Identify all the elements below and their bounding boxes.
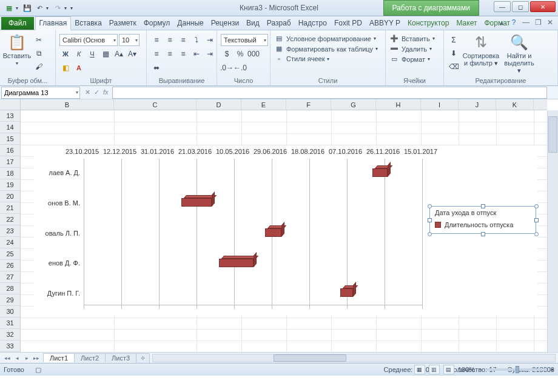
workbook-restore-icon[interactable]: ❐ <box>534 18 542 27</box>
column-header[interactable]: E <box>241 99 286 110</box>
align-right-button[interactable]: ≡ <box>177 48 189 60</box>
tab-chart-design[interactable]: Конструктор <box>404 17 452 30</box>
row-header[interactable]: 21 <box>0 202 20 214</box>
column-header[interactable]: J <box>459 99 496 110</box>
column-header[interactable]: I <box>421 99 459 110</box>
tab-addins[interactable]: Надстро <box>295 17 331 30</box>
column-header[interactable]: C <box>114 99 197 110</box>
tab-foxit[interactable]: Foxit PD <box>331 17 366 30</box>
help-icon[interactable]: ? <box>509 18 518 27</box>
new-sheet-button[interactable]: ✧ <box>136 353 150 363</box>
vertical-scrollbar[interactable] <box>547 110 558 352</box>
workbook-minimize-icon[interactable]: — <box>522 18 530 27</box>
decrease-indent-button[interactable]: ⇤ <box>190 48 203 60</box>
undo-menu[interactable]: ▾ <box>46 5 51 11</box>
number-format-combo[interactable]: Текстовый▾ <box>221 34 268 46</box>
cells-area[interactable]: 23.10.201512.12.201531.01.201621.03.2016… <box>21 110 547 352</box>
row-header[interactable]: 33 <box>0 341 20 352</box>
tab-review[interactable]: Рецензи <box>207 17 243 30</box>
shrink-font-button[interactable]: A▾ <box>126 48 138 60</box>
chart-bar[interactable] <box>372 168 388 177</box>
workbook-close-icon[interactable]: ✕ <box>546 18 554 27</box>
row-header[interactable]: 18 <box>0 168 20 179</box>
chart-bar[interactable] <box>340 288 353 297</box>
tab-layout[interactable]: Разметк <box>106 17 140 30</box>
chart-bar[interactable] <box>181 198 212 207</box>
worksheet-grid[interactable]: 1314151617181920212223242526272829303132… <box>0 99 558 363</box>
save-icon[interactable]: 💾 <box>22 2 33 13</box>
row-header[interactable]: 23 <box>0 225 20 237</box>
sort-filter-button[interactable]: ⇅ Сортировкаи фильтр ▾ <box>462 34 500 67</box>
conditional-formatting-button[interactable]: ▤Условное форматирование▾ <box>274 34 378 43</box>
close-button[interactable]: ✕ <box>530 1 556 12</box>
name-box[interactable]: Диаграмма 13▾ <box>1 87 80 99</box>
align-top-button[interactable]: ≡ <box>150 34 163 46</box>
tab-view[interactable]: Вид <box>243 17 263 30</box>
chart-legend[interactable]: Дата ухода в отпускДлительность отпуска <box>429 206 536 234</box>
copy-icon[interactable]: ⧉ <box>33 47 45 59</box>
row-header[interactable]: 31 <box>0 317 20 329</box>
italic-button[interactable]: К <box>73 48 85 60</box>
clear-button[interactable]: ⌫ <box>448 61 460 73</box>
cell-styles-button[interactable]: ▫Стили ячеек▾ <box>274 55 378 63</box>
increase-indent-button[interactable]: ⇥ <box>204 48 216 60</box>
align-left-button[interactable]: ≡ <box>150 48 163 60</box>
delete-cells-button[interactable]: ➖Удалить▾ <box>389 44 435 53</box>
row-header[interactable]: 32 <box>0 329 20 341</box>
align-bottom-button[interactable]: ≡ <box>177 34 189 46</box>
column-header[interactable]: B <box>21 99 114 110</box>
chart-plot-area[interactable] <box>84 159 422 309</box>
qat-menu-icon[interactable]: ▾ <box>16 5 21 11</box>
selection-handle[interactable] <box>534 218 539 222</box>
currency-button[interactable]: $ <box>221 48 233 60</box>
zoom-out-button[interactable]: − <box>479 366 482 373</box>
file-tab[interactable]: Файл <box>1 17 34 30</box>
horizontal-scrollbar[interactable] <box>152 354 556 362</box>
zoom-slider[interactable] <box>486 368 547 371</box>
fill-button[interactable]: ⬇ <box>448 47 460 59</box>
enter-formula-icon[interactable]: ✓ <box>94 88 99 96</box>
sheet-tab-active[interactable]: Лист1 <box>43 353 75 362</box>
column-header[interactable]: G <box>331 99 376 110</box>
qat-customize-icon[interactable]: ▾ <box>70 5 75 11</box>
page-layout-view-button[interactable]: ▥ <box>429 365 440 374</box>
wrap-text-button[interactable]: ⇥ <box>204 34 216 46</box>
tab-chart-layout[interactable]: Макет <box>452 17 480 30</box>
orientation-button[interactable]: ⤵ <box>190 34 203 46</box>
row-header[interactable]: 24 <box>0 237 20 248</box>
paste-button[interactable]: 📋 Вставить ▾ <box>4 34 30 66</box>
selection-handle[interactable] <box>428 232 432 236</box>
tab-insert[interactable]: Вставка <box>71 17 106 30</box>
font-size-combo[interactable]: 10▾ <box>119 34 140 46</box>
border-button[interactable]: ▦ <box>99 48 112 60</box>
sheet-tab[interactable]: Лист3 <box>105 353 136 362</box>
font-color-button[interactable]: A <box>73 62 85 74</box>
row-header[interactable]: 27 <box>0 271 20 283</box>
merge-button[interactable]: ⬌ <box>150 62 163 74</box>
tab-developer[interactable]: Разраб <box>263 17 295 30</box>
insert-cells-button[interactable]: ➕Вставить▾ <box>389 34 435 43</box>
selection-handle[interactable] <box>481 204 485 208</box>
align-middle-button[interactable]: ≡ <box>164 34 176 46</box>
scrollbar-thumb[interactable] <box>548 116 557 153</box>
formula-input[interactable] <box>112 87 547 99</box>
page-break-view-button[interactable]: ▤ <box>443 365 454 374</box>
legend-entry[interactable]: Длительность отпуска <box>445 221 513 228</box>
row-header[interactable]: 15 <box>0 133 20 145</box>
sheet-tab[interactable]: Лист2 <box>74 353 106 362</box>
increase-decimal-button[interactable]: .0→ <box>221 62 233 74</box>
undo-icon[interactable]: ↶ <box>34 2 45 13</box>
row-header[interactable]: 22 <box>0 214 20 225</box>
decrease-decimal-button[interactable]: ←.0 <box>234 62 246 74</box>
chart-bar[interactable] <box>219 259 254 267</box>
cut-icon[interactable]: ✂ <box>33 34 45 46</box>
tab-formulas[interactable]: Формул <box>140 17 174 30</box>
column-header[interactable]: H <box>376 99 421 110</box>
underline-button[interactable]: Ч <box>86 48 98 60</box>
zoom-level[interactable]: 100% <box>458 366 475 373</box>
embedded-chart[interactable]: 23.10.201512.12.201531.01.201621.03.2016… <box>34 145 537 315</box>
format-painter-icon[interactable]: 🖌 <box>33 61 45 73</box>
selection-handle[interactable] <box>481 232 485 236</box>
cancel-formula-icon[interactable]: ✕ <box>85 88 90 96</box>
font-name-combo[interactable]: Calibri (Основ▾ <box>59 34 118 46</box>
